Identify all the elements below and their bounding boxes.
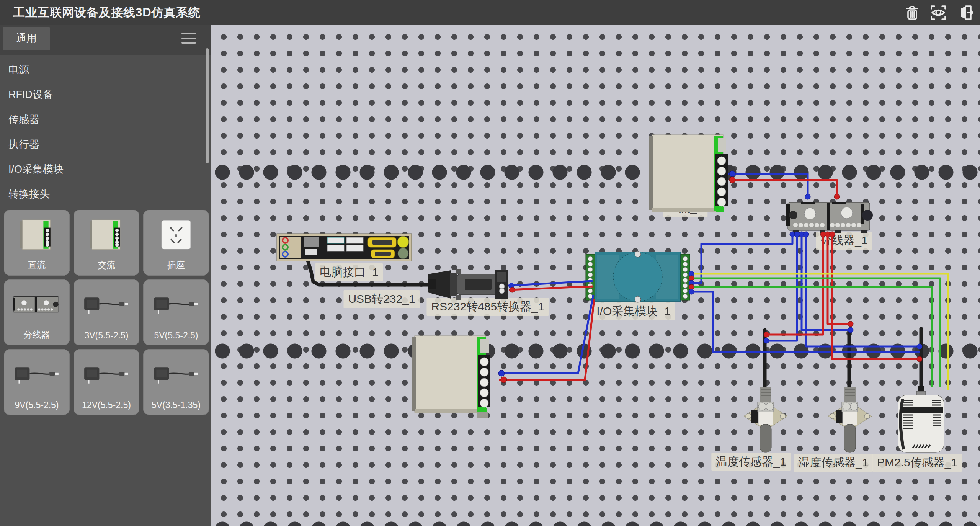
component-sidebar: 通用 电源 RFID设备 传感器 执行器 I/O采集模块 转换接头 直流 交流 … [0,25,211,526]
category-sensor[interactable]: 传感器 [0,107,211,132]
palette-item-socket[interactable]: 插座 [143,210,209,276]
connector-ball [510,287,515,292]
palette-item-adapter-5v[interactable]: 5V(5.5-2.5) [143,279,209,345]
wire-rs232-io-blue [508,281,593,286]
connector-ball [848,327,853,333]
exit-icon[interactable] [955,3,974,22]
tab-general[interactable]: 通用 [3,27,50,50]
category-adapter[interactable]: 转换接头 [0,182,211,207]
device-dc1[interactable] [412,336,490,418]
top-bar: 工业互联网设备及接线3D仿真系统 [0,0,980,25]
power-adapter-icon [83,365,130,385]
wire-splitter-io-blue [691,232,792,283]
category-power[interactable]: 电源 [0,57,211,82]
connector-ball [729,177,735,183]
wire-dc1-io-blue [498,295,593,373]
device-humidity-sensor[interactable] [828,387,872,452]
category-actuator[interactable]: 执行器 [0,132,211,157]
connector-ball [804,232,809,237]
wire-io-green-1 [691,278,940,387]
palette-item-adapter-12v[interactable]: 12V(5.5-2.5) [74,349,139,415]
sidebar-header: 通用 [0,25,211,55]
wiring-layer [211,25,980,526]
splitter-icon [13,293,60,315]
power-adapter-icon [83,295,130,315]
wire-dc2-splitter-blue [728,174,808,199]
power-adapter-icon [13,365,60,385]
wire-rs232-io-red [509,286,593,290]
component-palette: 直流 交流 插座 分线器 3V(5.5-2.5) 5V(5.5-2.5) 9V(… [0,210,211,415]
category-io-module[interactable]: I/O采集模块 [0,157,211,182]
hamburger-menu-icon[interactable] [181,33,196,55]
connector-ball [764,332,769,337]
device-pc-port[interactable] [277,234,412,261]
connector-ball [805,194,810,199]
power-adapter-icon [152,295,200,315]
connector-ball [917,344,922,349]
palette-item-ac[interactable]: 交流 [74,210,139,276]
wire-splitter-humidity-blue [802,232,851,330]
connector-ball [848,321,853,327]
device-splitter[interactable] [786,202,873,233]
ac-power-icon [89,218,124,251]
palette-item-adapter-9v[interactable]: 9V(5.5-2.5) [4,349,70,415]
palette-item-adapter-5v-135[interactable]: 5V(3.5-1.35) [143,349,209,415]
connector-ball [498,370,505,376]
device-io-module[interactable] [586,251,690,302]
power-adapter-icon [152,365,200,385]
connector-ball [917,356,922,362]
connector-ball [729,171,735,177]
dc-power-icon [19,218,54,251]
sidebar-scrollbar[interactable] [206,48,209,163]
category-list: 电源 RFID设备 传感器 执行器 I/O采集模块 转换接头 [0,57,211,207]
device-dc2[interactable] [649,135,728,212]
wire-splitter-pm25-red [832,232,920,359]
connector-ball [830,232,835,237]
palette-item-dc[interactable]: 直流 [4,210,70,276]
toolbar [903,3,974,22]
wire-io-pm25-yellow [691,274,948,390]
device-rs232-485[interactable] [428,269,508,300]
category-rfid[interactable]: RFID设备 [0,82,211,107]
wire-io-green-2 [691,287,932,387]
palette-item-splitter[interactable]: 分线器 [4,279,70,345]
palette-item-adapter-3v[interactable]: 3V(5.5-2.5) [74,279,139,345]
app-title: 工业互联网设备及接线3D仿真系统 [13,5,201,21]
socket-icon [160,219,192,251]
connector-ball [834,194,840,199]
wire-splitter-temp-red [766,232,823,335]
connector-ball [764,338,769,343]
view-icon[interactable] [929,3,948,22]
device-temp-sensor[interactable] [744,387,787,452]
connector-ball [501,377,507,383]
wiring-canvas[interactable]: 直流_2 电脑接口_1 USB转232_1 RS232转485转换器_1 I/O… [211,25,980,526]
connector-ball [689,289,694,294]
wire-dc2-splitter-red [729,180,837,199]
device-pm25-sensor[interactable] [898,386,944,452]
delete-icon[interactable] [903,3,922,22]
